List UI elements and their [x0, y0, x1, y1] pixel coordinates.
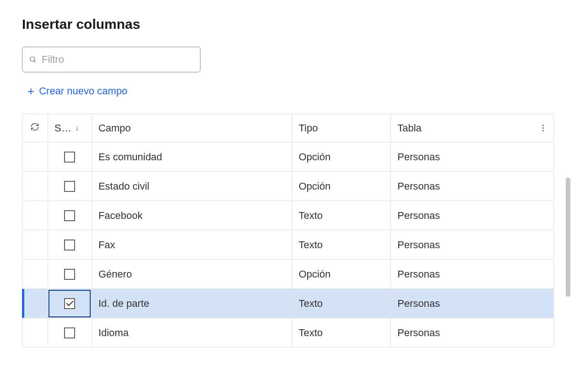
row-select-cell[interactable]: [48, 201, 92, 230]
filter-input[interactable]: [42, 54, 194, 65]
header-refresh[interactable]: [22, 114, 48, 142]
row-indicator-cell: [22, 230, 48, 260]
header-campo-label: Campo: [98, 122, 131, 134]
row-select-cell[interactable]: [48, 172, 92, 201]
row-campo-value: Facebook: [98, 210, 143, 222]
plus-icon: +: [27, 85, 34, 97]
row-tipo-value: Opción: [298, 151, 330, 163]
row-tabla-cell: Personas: [391, 142, 533, 172]
row-select-cell[interactable]: [48, 318, 92, 348]
row-checkbox[interactable]: [64, 181, 75, 192]
sort-down-icon: ↓: [75, 123, 79, 133]
row-select-cell[interactable]: [48, 142, 92, 172]
row-tipo-value: Texto: [298, 298, 323, 310]
row-campo-cell: Es comunidad: [92, 142, 292, 172]
header-select-label: S…: [54, 122, 71, 134]
row-indicator-cell: [22, 142, 48, 172]
header-tipo-label: Tipo: [298, 122, 318, 134]
row-tabla-value: Personas: [397, 298, 440, 310]
create-new-field-link[interactable]: + Crear nuevo campo: [27, 85, 127, 97]
row-campo-value: Estado civil: [98, 180, 149, 192]
row-indicator-cell: [22, 289, 48, 318]
row-tabla-cell: Personas: [391, 201, 533, 230]
svg-line-1: [34, 60, 36, 62]
row-menu-cell: [532, 230, 553, 260]
row-tabla-cell: Personas: [391, 230, 533, 260]
table-row[interactable]: GéneroOpciónPersonas: [22, 260, 554, 289]
row-tipo-cell: Opción: [292, 260, 391, 289]
row-indicator-cell: [22, 318, 48, 348]
create-new-field-label: Crear nuevo campo: [39, 85, 127, 97]
header-campo[interactable]: Campo: [92, 114, 292, 142]
row-checkbox[interactable]: [64, 240, 75, 250]
row-menu-cell: [532, 318, 553, 348]
svg-point-0: [30, 57, 35, 61]
header-select[interactable]: S… ↓: [48, 114, 92, 142]
row-tabla-value: Personas: [397, 268, 440, 280]
row-tipo-cell: Texto: [292, 230, 391, 260]
more-vertical-icon: [542, 114, 544, 142]
row-menu-cell: [532, 260, 553, 289]
row-menu-cell: [532, 142, 553, 172]
row-checkbox[interactable]: [64, 210, 75, 221]
row-tabla-value: Personas: [397, 327, 440, 339]
table-row[interactable]: Id. de parteTextoPersonas: [22, 289, 554, 318]
row-checkbox[interactable]: [64, 152, 75, 163]
row-campo-cell: Estado civil: [92, 172, 292, 201]
row-tabla-cell: Personas: [391, 318, 533, 348]
row-campo-value: Id. de parte: [98, 298, 149, 310]
row-tabla-value: Personas: [397, 151, 440, 163]
row-tabla-value: Personas: [397, 180, 440, 192]
row-menu-cell: [532, 289, 553, 318]
row-tipo-value: Texto: [298, 210, 323, 222]
row-tipo-value: Texto: [298, 239, 323, 251]
row-tipo-cell: Texto: [292, 289, 391, 318]
row-campo-cell: Género: [92, 260, 292, 289]
row-tipo-cell: Texto: [292, 201, 391, 230]
row-tipo-cell: Texto: [292, 318, 391, 348]
row-campo-value: Fax: [98, 239, 115, 251]
row-indicator-cell: [22, 260, 48, 289]
row-select-cell[interactable]: [48, 289, 92, 318]
refresh-icon: [30, 122, 40, 135]
row-campo-cell: Idioma: [92, 318, 292, 348]
row-tipo-value: Opción: [298, 180, 330, 192]
row-tipo-value: Opción: [298, 268, 330, 280]
row-tabla-value: Personas: [397, 210, 440, 222]
header-tabla-label: Tabla: [397, 122, 422, 134]
header-tabla[interactable]: Tabla: [391, 114, 533, 142]
table-row[interactable]: Es comunidadOpciónPersonas: [22, 142, 554, 172]
row-tipo-cell: Opción: [292, 172, 391, 201]
row-tipo-value: Texto: [298, 327, 323, 339]
row-checkbox[interactable]: [64, 327, 75, 338]
row-select-cell[interactable]: [48, 260, 92, 289]
columns-table-container: S… ↓ Campo Tipo Tabla: [22, 114, 563, 348]
row-checkbox[interactable]: [64, 298, 75, 309]
row-tabla-cell: Personas: [391, 260, 533, 289]
columns-table: S… ↓ Campo Tipo Tabla: [22, 114, 554, 348]
vertical-scrollbar[interactable]: [566, 178, 570, 297]
row-tipo-cell: Opción: [292, 142, 391, 172]
row-checkbox[interactable]: [64, 269, 75, 280]
table-row[interactable]: FacebookTextoPersonas: [22, 201, 554, 230]
page-title: Insertar columnas: [22, 16, 563, 32]
table-row[interactable]: FaxTextoPersonas: [22, 230, 554, 260]
filter-input-container[interactable]: [22, 47, 200, 72]
row-menu-cell: [532, 201, 553, 230]
row-tabla-cell: Personas: [391, 172, 533, 201]
row-campo-value: Género: [98, 268, 132, 280]
table-row[interactable]: Estado civilOpciónPersonas: [22, 172, 554, 201]
header-more-menu[interactable]: [532, 114, 553, 142]
row-select-cell[interactable]: [48, 230, 92, 260]
table-row[interactable]: IdiomaTextoPersonas: [22, 318, 554, 348]
row-campo-cell: Facebook: [92, 201, 292, 230]
row-campo-value: Idioma: [98, 327, 129, 339]
row-campo-cell: Id. de parte: [92, 289, 292, 318]
row-menu-cell: [532, 172, 553, 201]
table-header-row: S… ↓ Campo Tipo Tabla: [22, 114, 554, 142]
row-indicator-cell: [22, 201, 48, 230]
row-campo-value: Es comunidad: [98, 151, 162, 163]
row-tabla-value: Personas: [397, 239, 440, 251]
row-tabla-cell: Personas: [391, 289, 533, 318]
header-tipo[interactable]: Tipo: [292, 114, 391, 142]
